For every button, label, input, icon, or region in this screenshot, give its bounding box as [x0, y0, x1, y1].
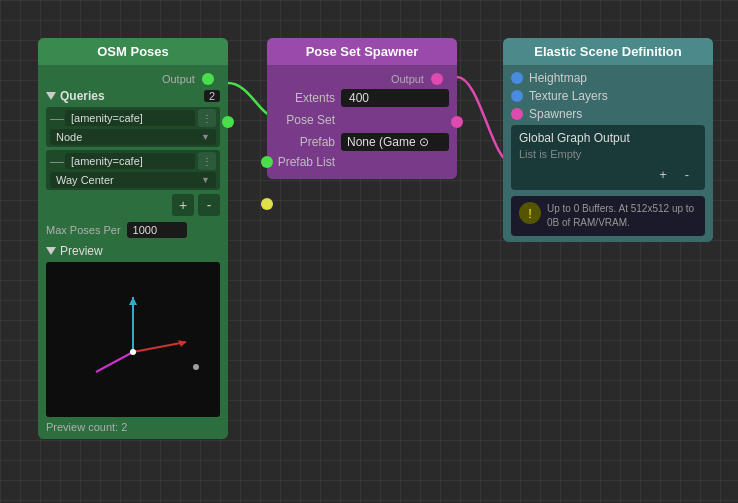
warning-box: ! Up to 0 Buffers. At 512x512 up to 0B o… [511, 196, 705, 236]
pose-spawner-title: Pose Set Spawner [306, 44, 419, 59]
svg-point-6 [193, 364, 199, 370]
queries-count-badge: 2 [204, 90, 220, 102]
global-graph-title: Global Graph Output [519, 131, 697, 145]
pose-spawner-prefablist-port [261, 198, 273, 210]
svg-line-0 [133, 342, 186, 352]
spawners-port [511, 108, 523, 120]
query-row-1: — [amenity=cafe] ⋮ Node ▼ [46, 107, 220, 147]
extents-label: Extents [275, 91, 335, 105]
global-graph-box: Global Graph Output List is Empty + - [511, 125, 705, 190]
warning-icon: ! [519, 202, 541, 224]
query-tag-1[interactable]: [amenity=cafe] [65, 110, 195, 126]
query-options-btn-1[interactable]: ⋮ [198, 109, 216, 127]
warning-text: Up to 0 Buffers. At 512x512 up to 0B of … [547, 202, 697, 230]
max-poses-row: Max Poses Per 1000 [46, 222, 220, 238]
max-poses-label: Max Poses Per [46, 224, 121, 236]
gg-add-button[interactable]: + [653, 164, 673, 184]
texture-layers-row: Texture Layers [511, 89, 705, 103]
gg-remove-button[interactable]: - [677, 164, 697, 184]
elastic-scene-header: Elastic Scene Definition [503, 38, 713, 65]
pose-spawner-body: Output Extents 400 Pose Set Prefab None … [267, 65, 457, 179]
heightmap-port [511, 72, 523, 84]
pose-spawner-header: Pose Set Spawner [267, 38, 457, 65]
preview-section: Preview Preview count: 2 [46, 244, 220, 433]
osm-poses-body: Output Queries 2 — [amenity=cafe] ⋮ Node… [38, 65, 228, 439]
query-type-dropdown-1[interactable]: Node ▼ [50, 129, 216, 145]
texture-layers-port [511, 90, 523, 102]
prefab-list-label: Prefab List [275, 155, 335, 169]
preview-label: Preview [60, 244, 103, 258]
query-type-dropdown-2[interactable]: Way Center ▼ [50, 172, 216, 188]
prefab-row: Prefab None (Game ⊙ [275, 133, 449, 151]
add-query-button[interactable]: + [172, 194, 194, 216]
preview-canvas [46, 262, 220, 417]
dash-icon-1: — [50, 110, 62, 126]
extents-row: Extents 400 [275, 89, 449, 107]
spawners-row: Spawners [511, 107, 705, 121]
svg-point-5 [130, 349, 136, 355]
elastic-scene-title: Elastic Scene Definition [534, 44, 681, 59]
pose-spawner-node: Pose Set Spawner Output Extents 400 Pose… [267, 38, 457, 179]
add-remove-row: + - [46, 194, 220, 216]
query-tag-2[interactable]: [amenity=cafe] [65, 153, 195, 169]
queries-section-header: Queries 2 [46, 89, 220, 103]
prefab-dropdown[interactable]: None (Game ⊙ [341, 133, 449, 151]
queries-triangle[interactable] [46, 92, 56, 100]
svg-marker-3 [129, 297, 137, 305]
gg-add-remove: + - [519, 164, 697, 184]
pose-spawner-poseset-port [261, 156, 273, 168]
pose-set-label: Pose Set [275, 113, 335, 127]
query-row-2: — [amenity=cafe] ⋮ Way Center ▼ [46, 150, 220, 190]
pose-spawner-output-label: Output [275, 71, 449, 85]
preview-count: Preview count: 2 [46, 421, 220, 433]
heightmap-label: Heightmap [529, 71, 587, 85]
list-empty-label: List is Empty [519, 148, 697, 160]
prefab-label: Prefab [275, 135, 335, 149]
osm-poses-header: OSM Poses [38, 38, 228, 65]
preview-triangle[interactable] [46, 247, 56, 255]
max-poses-input[interactable]: 1000 [127, 222, 187, 238]
spawners-label: Spawners [529, 107, 582, 121]
dash-icon-2: — [50, 153, 62, 169]
heightmap-row: Heightmap [511, 71, 705, 85]
remove-query-button[interactable]: - [198, 194, 220, 216]
elastic-scene-node: Elastic Scene Definition Heightmap Textu… [503, 38, 713, 242]
texture-layers-label: Texture Layers [529, 89, 608, 103]
queries-label: Queries [60, 89, 105, 103]
pose-set-row: Pose Set [275, 111, 449, 129]
svg-line-4 [96, 352, 133, 372]
query-options-btn-2[interactable]: ⋮ [198, 152, 216, 170]
pose-spawner-output-port [451, 116, 463, 128]
osm-poses-node: OSM Poses Output Queries 2 — [amenity=ca… [38, 38, 228, 439]
osm-poses-title: OSM Poses [97, 44, 169, 59]
prefab-list-row: Prefab List [275, 155, 449, 169]
elastic-scene-body: Heightmap Texture Layers Spawners Global… [503, 65, 713, 242]
output-label: Output [46, 71, 220, 85]
extents-value[interactable]: 400 [341, 89, 449, 107]
osm-poses-output-port [222, 116, 234, 128]
